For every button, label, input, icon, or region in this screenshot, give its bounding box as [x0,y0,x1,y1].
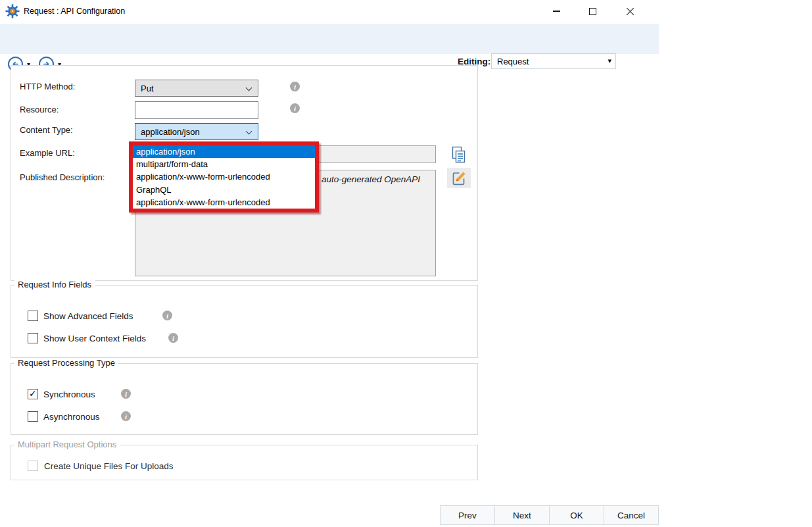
chevron-down-icon [246,128,252,135]
next-button[interactable]: Next [494,505,550,525]
http-method-label: HTTP Method: [20,82,75,91]
request-api-configuration-window: Request : API Configuration ▾ ▾ Editing:… [0,0,812,527]
asynchronous-label[interactable]: Asynchronous [43,412,100,422]
resource-label: Resource: [20,105,59,114]
copy-url-button[interactable] [449,145,467,164]
http-method-value: Put [141,84,154,93]
edit-pencil-icon [451,170,467,186]
dropdown-option[interactable]: multipart/form-data [133,158,315,170]
content-type-dropdown-list: application/json multipart/form-data app… [133,145,315,209]
prev-button[interactable]: Prev [440,505,495,525]
synchronous-label[interactable]: Synchronous [43,389,95,399]
dropdown-option[interactable]: application/x-www-form-urlencoded [133,196,315,209]
example-url-label: Example URL: [20,148,75,158]
show-advanced-fields-info-icon[interactable]: i [162,311,172,320]
asynchronous-checkbox[interactable] [28,411,38,422]
window-title: Request : API Configuration [24,0,125,22]
annotation-box: application/json multipart/form-data app… [129,141,319,213]
create-unique-files-label: Create Unique Files For Uploads [44,461,174,471]
titlebar: Request : API Configuration [0,0,659,22]
request-processing-type-legend: Request Processing Type [14,358,118,368]
maximize-icon [589,8,596,15]
minimize-icon [553,11,560,11]
gear-icon [5,4,20,18]
dropdown-option[interactable]: application/x-www-form-urlencoded [133,170,315,183]
content-type-label: Content Type: [20,125,73,135]
published-description-label: Published Description: [20,172,105,182]
http-method-combobox[interactable]: Put [135,80,258,97]
show-user-context-fields-checkbox[interactable] [28,333,38,343]
content-type-value: application/json [141,127,200,137]
editing-combobox[interactable]: Request ▾ [491,53,616,69]
close-icon [626,7,634,16]
editing-combobox-value: Request [497,57,529,66]
cancel-button[interactable]: Cancel [604,505,659,525]
dropdown-option[interactable]: GraphQL [133,184,315,196]
multipart-request-options-legend: Multipart Request Options [14,439,120,449]
edit-description-button[interactable] [447,168,471,188]
chevron-down-icon [246,85,252,91]
show-advanced-fields-checkbox[interactable] [28,311,38,321]
request-info-fields-group: Request Info Fields [11,285,478,358]
show-user-context-fields-info-icon[interactable]: i [168,333,178,343]
request-info-fields-legend: Request Info Fields [14,280,95,289]
create-unique-files-checkbox [28,461,38,471]
minimize-button[interactable] [541,0,571,22]
resource-info-icon[interactable]: i [290,103,300,113]
copy-pages-icon [450,146,467,164]
footer-button-row: Prev Next OK Cancel [441,505,659,525]
toolbar: ▾ ▾ Editing: Request ▾ [0,24,659,54]
asynchronous-info-icon[interactable]: i [121,411,131,421]
synchronous-info-icon[interactable]: i [121,389,131,399]
maximize-button[interactable] [577,0,608,22]
close-button[interactable] [615,0,645,22]
resource-input[interactable] [135,101,258,119]
ok-button[interactable]: OK [549,505,604,525]
synchronous-checkbox[interactable] [28,389,38,399]
show-advanced-fields-label[interactable]: Show Advanced Fields [43,311,133,321]
http-method-info-icon[interactable]: i [290,82,300,91]
content-type-combobox[interactable]: application/json [135,123,258,140]
dropdown-option[interactable]: application/json [133,145,315,158]
show-user-context-fields-label[interactable]: Show User Context Fields [43,334,146,343]
published-description-text: auto-generated OpenAPI [322,174,420,184]
caret-down-icon: ▾ [608,57,611,65]
